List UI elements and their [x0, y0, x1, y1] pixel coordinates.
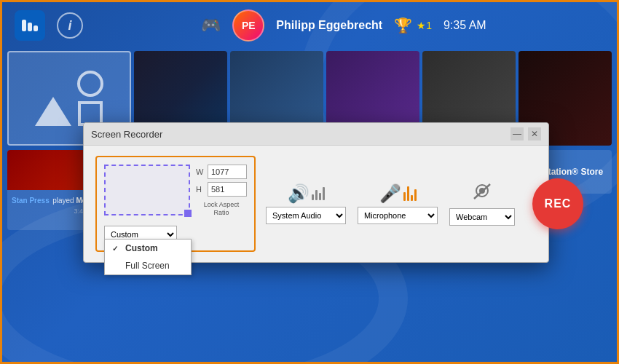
height-row: H	[196, 182, 247, 197]
mic-bars	[403, 186, 417, 201]
microphone-icon: 🎤	[379, 183, 401, 204]
screen-recorder-dialog: Screen Recorder — ✕ W	[83, 122, 549, 263]
system-audio-select[interactable]: System Audio	[266, 207, 346, 224]
dialog-body: W H Lock AspectRatio Custom Full Screen	[84, 146, 548, 262]
capture-dimensions: W H Lock AspectRatio	[196, 165, 247, 217]
dialog-minimize-button[interactable]: —	[510, 127, 524, 141]
audio-devices-row: 🔊 System Audio	[266, 183, 515, 226]
audio-panel: 🔊 System Audio	[266, 183, 515, 226]
webcam-select[interactable]: Webcam	[449, 208, 515, 226]
vol-bar-3	[319, 193, 321, 200]
lock-aspect-label: Lock AspectRatio	[196, 201, 247, 217]
microphone-select[interactable]: Microphone	[358, 207, 438, 224]
mic-icon-row: 🎤	[379, 183, 417, 204]
system-audio-bars	[312, 187, 325, 200]
height-label: H	[196, 185, 205, 194]
mic-bar-3	[411, 195, 413, 201]
system-audio-device: 🔊 System Audio	[266, 183, 346, 224]
height-input[interactable]	[208, 182, 247, 197]
vol-bar-1	[312, 194, 314, 200]
mic-bar-2	[407, 186, 409, 201]
mic-bar-4	[414, 189, 417, 201]
dialog-overlay: Screen Recorder — ✕ W	[0, 0, 619, 364]
dropdown-item-custom[interactable]: ✓ Custom	[105, 240, 191, 257]
webcam-icon	[471, 183, 493, 205]
width-label: W	[196, 167, 205, 176]
dropdown-fullscreen-label: Full Screen	[125, 261, 170, 271]
webcam-icon-row	[471, 183, 493, 205]
dialog-controls: — ✕	[510, 127, 541, 141]
mic-bar-1	[403, 192, 406, 201]
dialog-titlebar: Screen Recorder — ✕	[84, 123, 548, 146]
width-row: W	[196, 165, 247, 179]
rec-button[interactable]: REC	[532, 178, 583, 229]
webcam-device: Webcam	[449, 183, 515, 226]
dialog-close-button[interactable]: ✕	[528, 127, 541, 141]
capture-preview[interactable]	[104, 165, 190, 215]
vol-bar-2	[315, 190, 318, 200]
size-dropdown-menu: ✓ Custom Full Screen	[104, 239, 192, 275]
system-audio-icon-row: 🔊	[288, 183, 325, 204]
width-input[interactable]	[208, 165, 247, 179]
dropdown-custom-label: Custom	[125, 243, 158, 253]
resize-handle[interactable]	[184, 210, 192, 217]
capture-panel: W H Lock AspectRatio Custom Full Screen	[95, 156, 256, 252]
microphone-device: 🎤 Microphone	[358, 183, 438, 224]
speaker-icon: 🔊	[288, 183, 310, 204]
dropdown-item-fullscreen[interactable]: Full Screen	[105, 257, 191, 274]
check-icon: ✓	[112, 245, 121, 253]
vol-bar-4	[323, 187, 325, 200]
dialog-title: Screen Recorder	[91, 129, 162, 140]
